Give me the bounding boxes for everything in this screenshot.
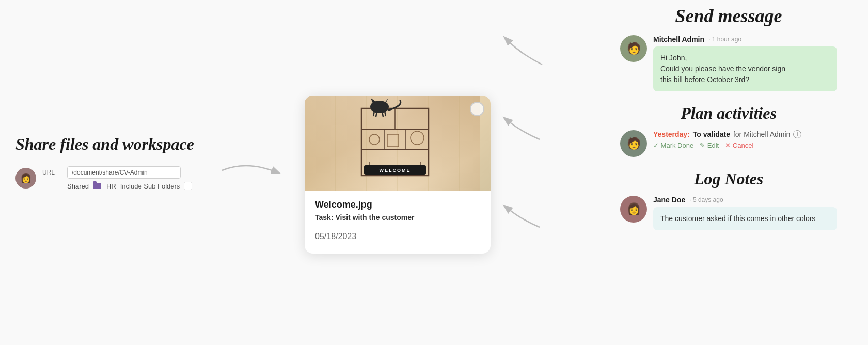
message-bubble: Hi John, Could you please have the vendo…	[653, 46, 837, 91]
page-container: Share files and workspace 👩 URL Shared H…	[0, 0, 868, 345]
log-notes-title: Log Notes	[620, 169, 837, 189]
center-card: WELCOME Welcome.jpg Task: Visit with the…	[305, 96, 491, 254]
message-time: · 1 hour ago	[708, 36, 741, 43]
jane-avatar-icon: 👩	[620, 196, 647, 223]
svg-text:WELCOME: WELCOME	[380, 168, 411, 173]
edit-button[interactable]: ✎ Edit	[700, 142, 719, 149]
card-body: Welcome.jpg Task: Visit with the custome…	[305, 191, 491, 254]
shared-label: Shared	[67, 182, 89, 190]
arrow-to-plan	[501, 114, 553, 145]
subfolder-label: Include Sub Folders	[120, 182, 180, 190]
log-header: Jane Doe · 5 days ago	[653, 196, 837, 204]
activity-block: 🧑 Yesterday: To validate for Mitchell Ad…	[620, 130, 837, 157]
message-line1: Hi John,	[660, 54, 687, 62]
welcome-illustration: WELCOME	[305, 96, 480, 191]
left-section: Share files and workspace 👩 URL Shared H…	[15, 134, 212, 194]
subfolder-checkbox[interactable]	[184, 182, 192, 190]
task-label: Task:	[315, 213, 334, 222]
card-task: Task: Visit with the customer	[315, 213, 480, 222]
folder-icon	[93, 183, 101, 189]
card-filename: Welcome.jpg	[315, 199, 480, 210]
plan-activities-title: Plan activities	[620, 104, 837, 123]
share-avatar-icon: 👩	[15, 168, 36, 189]
log-author: Jane Doe	[653, 196, 685, 204]
message-content: Mitchell Admin · 1 hour ago Hi John, Cou…	[653, 35, 837, 91]
log-bubble: The customer asked if this comes in othe…	[653, 207, 837, 230]
message-block: 🧑 Mitchell Admin · 1 hour ago Hi John, C…	[620, 35, 837, 91]
card-circle-btn[interactable]	[470, 102, 484, 116]
mark-done-button[interactable]: ✓ Mark Done	[653, 142, 693, 149]
info-icon[interactable]: i	[793, 130, 801, 138]
activity-actions: ✓ Mark Done ✎ Edit ✕ Cancel	[653, 142, 837, 149]
activity-row: Yesterday: To validate for Mitchell Admi…	[653, 130, 837, 138]
arrow-left-to-center	[217, 155, 289, 186]
url-field-group: URL Shared HR Include Sub Folders	[42, 166, 192, 190]
svg-rect-1	[305, 96, 480, 191]
url-input[interactable]	[67, 166, 181, 179]
right-section: Send message 🧑 Mitchell Admin · 1 hour a…	[620, 5, 837, 230]
card-date: 05/18/2023	[315, 232, 480, 241]
url-row: URL	[42, 166, 192, 179]
activity-type: To validate	[693, 130, 730, 138]
share-files-title: Share files and workspace	[15, 134, 212, 154]
message-line3: this bill before October 3rd?	[660, 75, 749, 84]
mitchell-avatar: 🧑	[620, 35, 647, 62]
arrow-center-to-send	[501, 34, 553, 70]
share-avatar: 👩	[15, 168, 36, 189]
log-notes-section: Log Notes 👩 Jane Doe · 5 days ago The cu…	[620, 169, 837, 230]
send-message-section: Send message 🧑 Mitchell Admin · 1 hour a…	[620, 5, 837, 91]
task-value: Visit with the customer	[335, 213, 414, 222]
sender-name: Mitchell Admin	[653, 35, 704, 43]
activity-date: Yesterday:	[653, 130, 690, 138]
activity-avatar-icon: 🧑	[620, 130, 647, 157]
plan-activities-section: Plan activities 🧑 Yesterday: To validate…	[620, 104, 837, 157]
activity-for: for Mitchell Admin	[733, 130, 790, 138]
log-time: · 5 days ago	[689, 196, 723, 203]
activity-content: Yesterday: To validate for Mitchell Admi…	[653, 130, 837, 149]
shared-row: Shared HR Include Sub Folders	[67, 182, 192, 190]
log-block: 👩 Jane Doe · 5 days ago The customer ask…	[620, 196, 837, 230]
log-content: Jane Doe · 5 days ago The customer asked…	[653, 196, 837, 230]
cancel-button[interactable]: ✕ Cancel	[725, 142, 753, 149]
card-image: WELCOME	[305, 96, 491, 191]
message-header: Mitchell Admin · 1 hour ago	[653, 35, 837, 43]
message-line2: Could you please have the vendor sign	[660, 65, 785, 73]
folder-name: HR	[106, 182, 116, 190]
url-label: URL	[42, 169, 63, 176]
activity-avatar: 🧑	[620, 130, 647, 157]
jane-avatar: 👩	[620, 196, 647, 223]
log-message: The customer asked if this comes in othe…	[660, 214, 815, 223]
share-info-row: 👩 URL Shared HR Include Sub Folders	[15, 166, 212, 190]
send-message-title: Send message	[620, 5, 837, 27]
arrow-to-log	[501, 201, 553, 232]
mitchell-avatar-icon: 🧑	[620, 35, 647, 62]
